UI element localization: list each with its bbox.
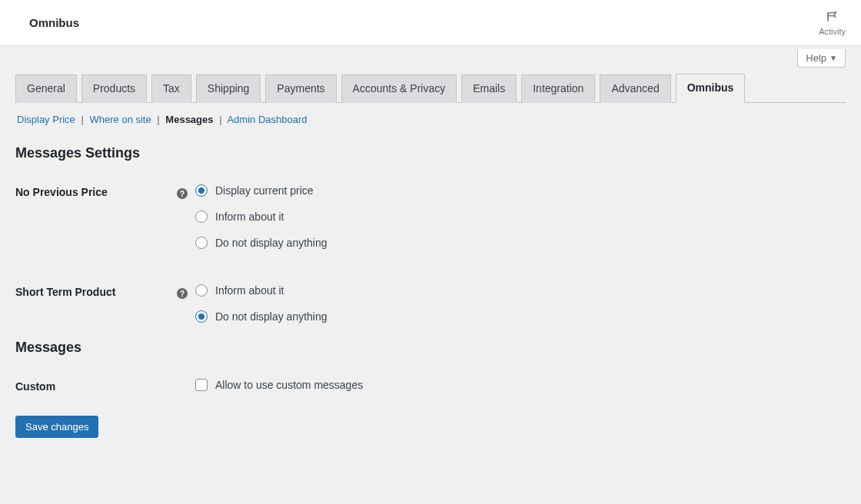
- activity-button[interactable]: Activity: [819, 10, 846, 36]
- subnav-admin-dashboard[interactable]: Admin Dashboard: [227, 114, 307, 125]
- subnav-messages: Messages: [165, 114, 213, 125]
- help-col: ?: [177, 181, 195, 200]
- tab-omnibus[interactable]: Omnibus: [676, 74, 746, 103]
- radio-do-not-display-stp[interactable]: Do not display anything: [195, 310, 846, 323]
- tab-integration[interactable]: Integration: [521, 75, 595, 103]
- help-col: ?: [177, 281, 195, 300]
- radio-do-not-display[interactable]: Do not display anything: [195, 237, 846, 249]
- subnav-where-on-site[interactable]: Where on site: [90, 114, 151, 125]
- radio-input[interactable]: [195, 211, 208, 223]
- settings-tabs: General Products Tax Shipping Payments A…: [15, 74, 846, 103]
- custom-label: Custom: [15, 376, 177, 393]
- top-bar: Omnibus Activity: [0, 0, 861, 46]
- radio-label: Do not display anything: [215, 310, 327, 323]
- row-short-term-product: Short Term Product ? Inform about it Do …: [15, 277, 846, 327]
- help-row: Help ▼: [15, 46, 846, 74]
- radio-input[interactable]: [195, 184, 208, 197]
- radio-inform-about-it[interactable]: Inform about it: [195, 211, 846, 223]
- separator: |: [78, 114, 86, 125]
- messages-settings-heading: Messages Settings: [15, 145, 846, 161]
- content-area: Help ▼ General Products Tax Shipping Pay…: [0, 46, 861, 453]
- tab-advanced[interactable]: Advanced: [600, 75, 670, 103]
- save-button[interactable]: Save changes: [15, 416, 98, 438]
- help-icon[interactable]: ?: [177, 288, 188, 299]
- radio-label: Display current price: [215, 184, 314, 197]
- subnav-display-price[interactable]: Display Price: [17, 114, 75, 125]
- radio-label: Inform about it: [215, 284, 284, 297]
- form-table: No Previous Price ? Display current pric…: [15, 177, 846, 397]
- activity-icon: [826, 10, 839, 25]
- tab-shipping[interactable]: Shipping: [196, 75, 261, 103]
- sub-nav: Display Price | Where on site | Messages…: [15, 103, 846, 133]
- checkbox-allow-custom-messages[interactable]: Allow to use custom messages: [195, 379, 846, 391]
- row-no-previous-price: No Previous Price ? Display current pric…: [15, 177, 846, 254]
- help-col: [177, 376, 195, 382]
- separator: |: [216, 114, 224, 125]
- help-icon[interactable]: ?: [177, 188, 188, 199]
- checkbox-label: Allow to use custom messages: [215, 379, 363, 391]
- radio-label: Do not display anything: [215, 237, 327, 249]
- no-previous-price-options: Display current price Inform about it Do…: [195, 181, 846, 249]
- short-term-product-label: Short Term Product: [15, 281, 177, 298]
- tab-general[interactable]: General: [15, 75, 77, 103]
- radio-input[interactable]: [195, 284, 208, 297]
- tab-emails[interactable]: Emails: [461, 75, 517, 103]
- page-title: Omnibus: [29, 16, 79, 29]
- short-term-product-options: Inform about it Do not display anything: [195, 281, 846, 323]
- chevron-down-icon: ▼: [829, 54, 837, 62]
- activity-label: Activity: [819, 27, 846, 36]
- radio-inform-about-it-stp[interactable]: Inform about it: [195, 284, 846, 297]
- radio-label: Inform about it: [215, 211, 284, 223]
- tab-tax[interactable]: Tax: [151, 75, 191, 103]
- row-custom: Custom Allow to use custom messages: [15, 371, 846, 397]
- messages-heading: Messages: [15, 340, 846, 356]
- svg-point-1: [834, 11, 836, 13]
- radio-input[interactable]: [195, 310, 208, 323]
- radio-input[interactable]: [195, 237, 208, 249]
- custom-options: Allow to use custom messages: [195, 376, 846, 391]
- help-button-label: Help: [806, 52, 826, 64]
- checkbox-input[interactable]: [195, 379, 208, 391]
- tab-products[interactable]: Products: [81, 75, 147, 103]
- separator: |: [154, 114, 162, 125]
- no-previous-price-label: No Previous Price: [15, 181, 177, 198]
- help-button[interactable]: Help ▼: [797, 49, 846, 68]
- tab-payments[interactable]: Payments: [265, 75, 336, 103]
- tab-accounts-privacy[interactable]: Accounts & Privacy: [341, 75, 457, 103]
- radio-display-current-price[interactable]: Display current price: [195, 184, 846, 197]
